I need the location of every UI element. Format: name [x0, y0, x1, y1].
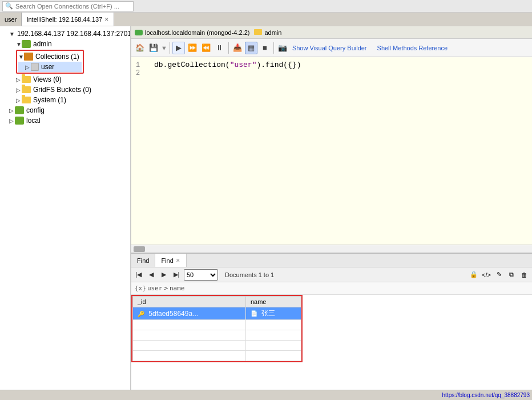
connection-header: localhost.localdomain (mongod-4.2.2) adm… — [131, 26, 532, 39]
home-button[interactable]: 🏠 — [134, 42, 146, 54]
expand-arrow: ▷ — [9, 118, 15, 124]
db-icon-sm — [254, 29, 264, 36]
tree-local[interactable]: ▷ local — [0, 115, 130, 126]
expand-arrow: ▼ — [18, 54, 24, 60]
tab-user[interactable]: user — [0, 13, 22, 26]
status-bar: https://blog.csdn.net/qq_38882793 — [0, 390, 532, 400]
grid-view-button[interactable]: ▦ — [245, 42, 257, 54]
admin-label: admin — [33, 40, 52, 48]
result-tab-find2[interactable]: Find ✕ — [155, 254, 186, 267]
tab-label: IntelliShell: 192.168.44.137 — [26, 16, 102, 23]
db-icon — [22, 40, 31, 48]
search-input[interactable] — [15, 3, 131, 10]
name-value: 张三 — [261, 309, 275, 317]
path-arrow: > — [164, 285, 168, 292]
stop-button[interactable]: ⏸ — [213, 42, 226, 54]
copy-button[interactable]: ⧉ — [506, 269, 517, 281]
visual-query-button[interactable]: Show Visual Query Builder — [290, 45, 369, 51]
tab-intellishell[interactable]: IntelliShell: 192.168.44.137 ✕ — [22, 13, 114, 26]
table-row[interactable]: 🔑 5dfaed58649a... 📄 张三 — [133, 307, 301, 320]
table-row-empty-3 — [133, 341, 301, 351]
bottom-panel: Find Find ✕ |◀ ◀ ▶ ▶| 50 Docume — [131, 253, 532, 390]
expand-arrow: ▷ — [16, 77, 22, 83]
edit-button[interactable]: ✎ — [493, 269, 505, 281]
lock-button[interactable]: 🔒 — [468, 269, 479, 281]
id-value: 5dfaed58649a... — [148, 310, 198, 318]
last-page-button[interactable]: ▶| — [171, 270, 182, 280]
result-tabs: Find Find ✕ — [131, 254, 532, 267]
data-table: _id name 🔑 5dfaed58649a... — [132, 296, 301, 361]
shell-ref-button[interactable]: Shell Methods Reference — [377, 45, 448, 51]
expand-arrow: ▼ — [16, 41, 22, 47]
tab-close-icon[interactable]: ✕ — [176, 258, 180, 263]
tab-close-icon[interactable]: ✕ — [104, 17, 109, 22]
first-page-button[interactable]: |◀ — [134, 270, 144, 280]
result-path: {x} user > name — [131, 282, 532, 295]
tree-collections[interactable]: ▼ Collections (1) — [18, 51, 82, 62]
line-number: 2 — [136, 69, 150, 77]
doc-icon — [31, 63, 39, 71]
table-row-empty-2 — [133, 330, 301, 341]
horizontal-scrollbar[interactable] — [131, 245, 532, 253]
table-row-empty-4 — [133, 351, 301, 361]
stop2-button[interactable]: ■ — [259, 42, 271, 54]
tree-server[interactable]: ▼ 192.168.44.137 192.168.44.137:27017 [d… — [0, 29, 130, 39]
tree-system[interactable]: ▷ System (1) — [0, 95, 130, 105]
page-size-select[interactable]: 50 — [184, 269, 218, 281]
import-button[interactable]: 📥 — [231, 42, 244, 54]
tab-bar: user IntelliShell: 192.168.44.137 ✕ — [0, 13, 532, 26]
search-bar[interactable]: 🔍 — [2, 1, 134, 11]
editor-container: 1 db.getCollection("user").find({}) 2 — [131, 57, 532, 253]
tree-user[interactable]: ▷ user — [18, 62, 82, 72]
expand-arrow: ▷ — [16, 97, 22, 103]
separator — [273, 42, 274, 54]
camera-button[interactable]: 📷 — [276, 42, 289, 54]
code-button[interactable]: </> — [481, 269, 492, 281]
tree-views[interactable]: ▷ Views (0) — [0, 74, 130, 85]
col-name: name — [245, 297, 301, 307]
cloud-icon — [135, 30, 143, 35]
path-field: name — [170, 285, 185, 292]
save-button[interactable]: 💾 — [147, 42, 160, 54]
user-label: user — [41, 63, 54, 71]
editor-toolbar: 🏠 💾 ▼ ▶ ⏩ ⏪ ⏸ 📥 ▦ ■ 📷 Show Visual Query … — [131, 39, 532, 57]
code-content: db.getCollection("user").find({}) — [154, 61, 301, 69]
tab-label: user — [5, 16, 17, 23]
code-line-1: 1 db.getCollection("user").find({}) — [136, 61, 527, 69]
separator — [228, 42, 229, 54]
tree-admin[interactable]: ▼ admin — [0, 39, 130, 49]
tree-config[interactable]: ▷ config — [0, 105, 130, 115]
system-label: System (1) — [33, 96, 66, 104]
tree-gridfs[interactable]: ▷ GridFS Buckets (0) — [0, 85, 130, 95]
gridfs-label: GridFS Buckets (0) — [33, 86, 91, 94]
result-action-buttons: 🔒 </> ✎ ⧉ 🗑 — [468, 269, 530, 281]
delete-button[interactable]: 🗑 — [518, 269, 530, 281]
top-bar: 🔍 — [0, 0, 532, 13]
table-header-row: _id name — [133, 297, 301, 307]
run-button[interactable]: ▶ — [172, 42, 185, 54]
run-prev-button[interactable]: ⏪ — [200, 42, 212, 54]
collection-icon — [24, 53, 33, 61]
main-layout: ▼ 192.168.44.137 192.168.44.137:27017 [d… — [0, 26, 532, 390]
scroll-thumb[interactable] — [134, 246, 145, 252]
col-id: _id — [133, 297, 246, 307]
cell-name: 📄 张三 — [245, 307, 301, 320]
config-label: config — [26, 106, 45, 114]
doc-count: Documents 1 to 1 — [220, 271, 279, 278]
result-tab-find1[interactable]: Find — [131, 254, 155, 267]
db-icon — [15, 117, 24, 125]
tree: ▼ 192.168.44.137 192.168.44.137:27017 [d… — [0, 26, 130, 390]
tab-label: Find — [161, 257, 173, 264]
folder-icon — [22, 86, 31, 93]
server-label: 192.168.44.137 192.168.44.137:27017 [dir… — [17, 30, 131, 38]
collections-label: Collections (1) — [35, 53, 79, 61]
path-icon: {x} — [135, 285, 146, 292]
prev-page-button[interactable]: ◀ — [146, 270, 156, 280]
next-page-button[interactable]: ▶ — [159, 270, 169, 280]
run-all-button[interactable]: ⏩ — [186, 42, 199, 54]
code-editor[interactable]: 1 db.getCollection("user").find({}) 2 — [131, 57, 532, 245]
folder-icon — [22, 97, 31, 103]
left-panel: ▼ 192.168.44.137 192.168.44.137:27017 [d… — [0, 26, 131, 390]
search-icon: 🔍 — [5, 2, 13, 10]
folder-icon — [22, 76, 31, 83]
